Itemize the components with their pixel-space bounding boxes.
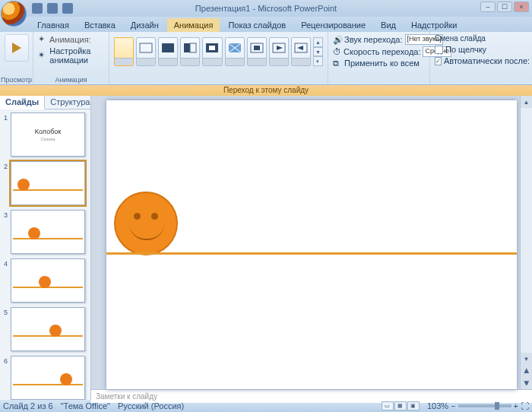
undo-icon[interactable] xyxy=(47,3,58,14)
svg-rect-4 xyxy=(190,43,196,52)
sound-icon: 🔊 xyxy=(333,35,342,44)
on-click-checkbox[interactable] xyxy=(435,46,443,54)
tab-animation[interactable]: Анимация xyxy=(167,18,220,32)
speed-label: Скорость перехода: xyxy=(344,47,420,56)
auto-after-label: Автоматически после: xyxy=(444,56,530,65)
scroll-up-icon[interactable]: ▲ xyxy=(521,96,532,108)
gear-star-icon: ✴ xyxy=(38,50,45,61)
transition-item[interactable] xyxy=(291,37,311,66)
transition-item[interactable] xyxy=(136,37,156,66)
transition-item[interactable] xyxy=(158,37,178,66)
ribbon-tabs: Главная Вставка Дизайн Анимация Показ сл… xyxy=(0,17,532,32)
sorter-view-button[interactable]: ▦ xyxy=(394,401,407,410)
transition-item[interactable] xyxy=(225,37,245,66)
minimize-button[interactable]: – xyxy=(480,2,496,12)
transition-item[interactable] xyxy=(269,37,289,66)
ribbon: Просмотр ✦ Анимация: ✴ Настройка анимаци… xyxy=(0,32,532,85)
svg-rect-3 xyxy=(184,43,190,52)
svg-marker-13 xyxy=(277,46,283,50)
zoom-in-button[interactable]: + xyxy=(514,401,518,410)
preview-button[interactable] xyxy=(5,34,29,62)
quick-access-toolbar xyxy=(32,3,73,14)
svg-marker-15 xyxy=(297,46,303,50)
svg-rect-11 xyxy=(254,46,260,50)
gallery-scroll[interactable]: ▲▼▾ xyxy=(313,37,323,66)
panel-tab-slides[interactable]: Слайды xyxy=(0,96,45,109)
shape-horizontal-line[interactable] xyxy=(106,252,517,255)
advance-group-title: Смена слайда xyxy=(435,34,527,43)
status-slide-info: Слайд 2 из 6 xyxy=(3,401,53,410)
slide-thumbnail[interactable]: КолобокСказка xyxy=(11,113,85,157)
transition-item[interactable] xyxy=(180,37,200,66)
zoom-out-button[interactable]: − xyxy=(451,401,455,410)
custom-animation-label: Настройка анимации xyxy=(49,46,104,65)
group-label-preview: Просмотр xyxy=(0,76,33,84)
thumb-number: 3 xyxy=(2,210,8,254)
prev-slide-icon[interactable]: ⯅ xyxy=(521,365,532,377)
tab-review[interactable]: Рецензирование xyxy=(294,18,372,32)
star-icon: ✦ xyxy=(38,34,45,44)
scroll-down-icon[interactable]: ▼ xyxy=(521,353,532,365)
custom-animation-button[interactable]: ✴ Настройка анимации xyxy=(38,46,104,65)
slide-thumbnail[interactable] xyxy=(11,161,85,205)
auto-after-checkbox[interactable]: ✓ xyxy=(435,57,442,65)
thumb-number: 1 xyxy=(2,113,8,157)
svg-marker-0 xyxy=(12,43,21,53)
status-language[interactable]: Русский (Россия) xyxy=(118,401,184,410)
tab-addins[interactable]: Надстройки xyxy=(404,18,464,32)
face-mouth xyxy=(129,223,164,240)
transition-item[interactable] xyxy=(247,37,267,66)
slideshow-view-button[interactable]: ▣ xyxy=(407,401,420,410)
thumb-number: 2 xyxy=(2,161,8,205)
svg-rect-1 xyxy=(140,43,152,52)
thumb-number: 6 xyxy=(2,356,8,400)
close-button[interactable]: × xyxy=(514,2,529,12)
maximize-button[interactable]: ☐ xyxy=(497,2,512,12)
thumb-number: 5 xyxy=(2,307,8,351)
normal-view-button[interactable]: ▭ xyxy=(382,401,394,410)
svg-rect-6 xyxy=(209,46,215,50)
window-title: Презентация1 - Microsoft PowerPoint xyxy=(195,4,337,13)
redo-icon[interactable] xyxy=(62,3,73,14)
apply-to-all-button[interactable]: ⧉ Применить ко всем xyxy=(333,59,425,68)
transition-item[interactable] xyxy=(202,37,222,66)
transition-gallery: ▲▼▾ xyxy=(114,36,323,68)
slide-thumbnail[interactable] xyxy=(11,258,85,303)
shape-kolobok-face[interactable] xyxy=(114,192,178,255)
face-eye-right xyxy=(151,213,158,220)
next-slide-icon[interactable]: ⯆ xyxy=(521,377,532,389)
zoom-slider[interactable] xyxy=(458,404,511,407)
slide-canvas[interactable] xyxy=(106,100,517,389)
tab-view[interactable]: Вид xyxy=(374,18,403,32)
tab-slideshow[interactable]: Показ слайдов xyxy=(221,18,293,32)
apply-all-label: Применить ко всем xyxy=(344,59,420,68)
view-buttons: ▭ ▦ ▣ xyxy=(382,401,420,410)
on-click-label: По щелчку xyxy=(445,45,486,54)
svg-rect-2 xyxy=(162,43,174,52)
sound-label: Звук перехода: xyxy=(344,35,403,44)
speed-icon: ⏱ xyxy=(333,47,341,56)
slide-thumbnail[interactable] xyxy=(11,307,85,351)
slides-panel: Слайды Структура× 1КолобокСказка23456 xyxy=(0,96,91,400)
thumbnail-list: 1КолобокСказка23456 xyxy=(0,109,90,400)
group-label-animation: Анимация xyxy=(33,76,109,84)
tab-home[interactable]: Главная xyxy=(30,18,76,32)
office-button[interactable] xyxy=(1,1,27,27)
thumb-number: 4 xyxy=(2,258,8,303)
fit-to-window-button[interactable]: ⛶ xyxy=(521,401,529,410)
apply-all-icon: ⧉ xyxy=(333,59,342,68)
zoom-value[interactable]: 103% xyxy=(427,401,448,410)
tab-insert[interactable]: Вставка xyxy=(78,18,122,32)
transition-none[interactable] xyxy=(114,37,134,66)
status-theme: "Тема Office" xyxy=(61,401,110,410)
vertical-scrollbar[interactable]: ▲ ▼ ⯅ ⯆ xyxy=(520,96,532,389)
tab-design[interactable]: Дизайн xyxy=(124,18,166,32)
ribbon-group-label-strip: Переход к этому слайду xyxy=(0,85,532,96)
face-eye-left xyxy=(134,213,141,220)
animation-label: Анимация: xyxy=(49,35,91,44)
slide-thumbnail[interactable] xyxy=(11,210,85,254)
slide-thumbnail[interactable] xyxy=(11,356,85,400)
save-icon[interactable] xyxy=(32,3,43,14)
